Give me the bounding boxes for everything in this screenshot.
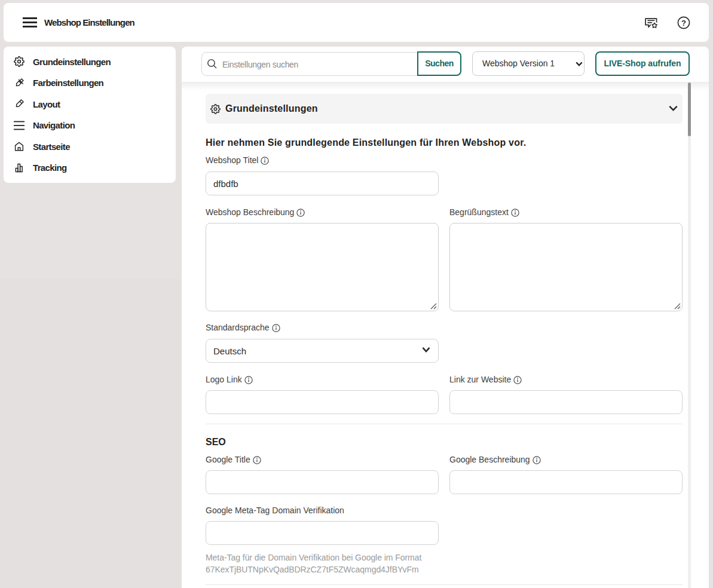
svg-text:?: ?: [681, 18, 686, 27]
